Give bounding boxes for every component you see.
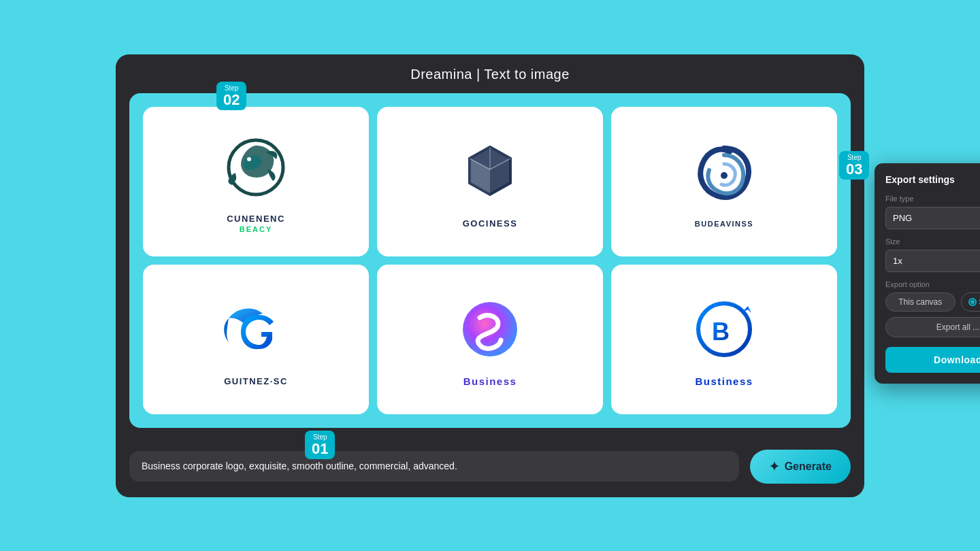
svg-point-2 bbox=[247, 157, 251, 161]
logo-card-cunenenc[interactable]: CUNENENC BEACY bbox=[143, 107, 369, 256]
this-canvas-button[interactable]: This canvas bbox=[885, 293, 956, 312]
logo-bustiness-svg: B bbox=[683, 294, 765, 369]
export-panel: Step 03 Export settings File type PNG JP… bbox=[875, 163, 980, 384]
logo-card-business[interactable]: Business bbox=[377, 265, 603, 414]
prompt-container: Business corporate logo, exquisite, smoo… bbox=[129, 451, 739, 482]
size-label: Size bbox=[885, 237, 980, 246]
logo-gociness-name: GOCINESS bbox=[463, 218, 518, 229]
selected-button[interactable]: Selected I... bbox=[961, 293, 981, 312]
export-option-row: This canvas Selected I... bbox=[885, 293, 980, 312]
app-title: Dreamina | Text to image bbox=[410, 67, 570, 82]
logo-cunenenc-svg bbox=[215, 132, 297, 207]
this-canvas-label: This canvas bbox=[898, 297, 942, 307]
export-option-label: Export option bbox=[885, 280, 980, 288]
step-02-number: 02 bbox=[223, 93, 240, 107]
bottom-section: Step 01 Business corporate logo, exquisi… bbox=[116, 441, 864, 497]
step-03-badge: Step 03 bbox=[839, 151, 869, 180]
size-select[interactable]: 1x 2x 3x 4x bbox=[885, 250, 980, 272]
logo-cunenenc-name: CUNENENC bbox=[227, 214, 285, 224]
generate-button[interactable]: ✦ Generate bbox=[750, 450, 851, 484]
export-all-label: Export all ... bbox=[936, 322, 979, 332]
step-01-number: 01 bbox=[312, 441, 328, 456]
logo-guitnez-name: GUITNEZ·SC bbox=[224, 376, 288, 386]
export-all-button[interactable]: Export all ... bbox=[885, 317, 980, 337]
logo-budeavinss-name: BUDEAVINSS bbox=[695, 220, 753, 228]
svg-point-10 bbox=[721, 172, 728, 179]
selected-radio bbox=[968, 298, 977, 306]
logo-guitnez-svg bbox=[215, 295, 297, 369]
logo-cunenenc-sub: BEACY bbox=[240, 225, 273, 233]
file-type-select-wrapper[interactable]: PNG JPG SVG PDF bbox=[885, 207, 980, 229]
download-label: Download bbox=[934, 354, 980, 365]
canvas-area: CUNENENC BEACY GOCINESS bbox=[129, 93, 851, 428]
logo-card-bustiness[interactable]: B Bustiness bbox=[611, 265, 837, 414]
step-01-badge: Step 01 bbox=[305, 431, 335, 459]
file-type-label: File type bbox=[885, 195, 980, 203]
export-panel-title: Export settings bbox=[885, 174, 980, 185]
logo-card-budeavinss[interactable]: BUDEAVINSS bbox=[611, 107, 837, 256]
generate-icon: ✦ bbox=[769, 459, 779, 474]
logo-business-svg bbox=[449, 294, 531, 369]
size-select-wrapper[interactable]: 1x 2x 3x 4x bbox=[885, 250, 980, 272]
logo-budeavinss-svg bbox=[683, 138, 765, 213]
generate-label: Generate bbox=[785, 461, 832, 473]
logo-business-name: Business bbox=[463, 375, 517, 387]
download-button[interactable]: Download bbox=[885, 347, 980, 373]
logo-card-gociness[interactable]: GOCINESS bbox=[377, 107, 603, 256]
logo-gociness-svg bbox=[449, 137, 531, 212]
step-02-badge: Step 02 bbox=[216, 82, 246, 110]
logo-card-guitnez[interactable]: GUITNEZ·SC bbox=[143, 265, 369, 414]
file-type-select[interactable]: PNG JPG SVG PDF bbox=[885, 207, 980, 229]
main-window: Step 02 Dreamina | Text to image CUNENEN… bbox=[116, 54, 864, 497]
svg-text:B: B bbox=[712, 318, 730, 346]
step-03-number: 03 bbox=[846, 162, 862, 177]
prompt-text: Business corporate logo, exquisite, smoo… bbox=[142, 459, 727, 473]
logo-bustiness-name: Bustiness bbox=[695, 375, 753, 387]
